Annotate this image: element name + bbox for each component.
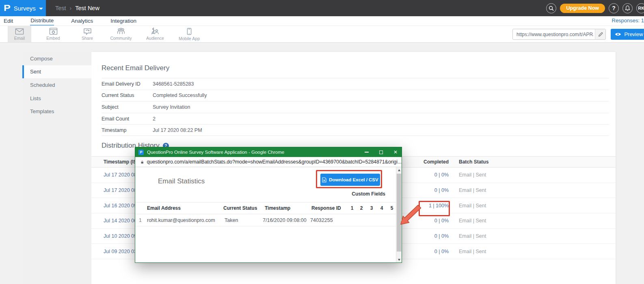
sidebar-item-compose[interactable]: Compose — [22, 52, 91, 65]
preview-label: Preview — [624, 31, 643, 37]
toolbar-item-label: Mobile App — [179, 36, 200, 41]
upgrade-now-label: Upgrade Now — [566, 5, 599, 11]
survey-url-field — [512, 29, 606, 40]
sidebar-item-templates[interactable]: Templates — [22, 105, 91, 118]
timestamp: 7/16/2020 09:08:00 — [263, 217, 307, 223]
col-timestamp: Timestamp — [265, 205, 290, 211]
popup-window-title: QuestionPro Online Survey Software Appli… — [147, 150, 284, 155]
recent-delivery-title: Recent Email Delivery — [102, 64, 169, 72]
col-custom-2: 2 — [357, 205, 365, 211]
toolbar-item-share[interactable]: Share — [76, 26, 99, 42]
batch-status: Email | Sent — [459, 187, 486, 193]
popup-titlebar[interactable]: P QuestionPro Online Survey Software App… — [135, 147, 402, 157]
minimize-icon[interactable] — [365, 152, 369, 153]
toolbar-item-embed[interactable]: Embed — [41, 26, 65, 42]
close-icon[interactable]: ✕ — [393, 150, 398, 155]
survey-url-input[interactable] — [513, 29, 595, 39]
table-row: Timestamp Jul 17 2020 08:22 PM — [102, 124, 609, 136]
survey-nav: Edit Distribute Analytics Integration Re… — [0, 16, 644, 26]
window-controls: ✕ — [365, 147, 398, 157]
email-address: rohit.kumar@questionpro.com — [147, 217, 215, 223]
row-label: Current Status — [102, 93, 153, 98]
scroll-up-button[interactable] — [396, 167, 402, 173]
search-button[interactable] — [546, 3, 556, 13]
breadcrumb: Test › Test New — [55, 0, 99, 16]
responses-count[interactable]: Responses: 1 — [612, 17, 644, 24]
row-value: Jul 17 2020 08:22 PM — [153, 127, 202, 133]
embed-icon — [49, 28, 58, 35]
questionpro-logo-icon: P — [4, 3, 11, 13]
toolbar-item-mobile-app[interactable]: Mobile App — [177, 26, 201, 42]
completed-link[interactable]: 0 | 0% — [434, 172, 449, 178]
chevron-down-icon — [39, 8, 43, 10]
row-label: Timestamp — [102, 127, 153, 133]
download-button-label: Download Excel / CSV — [329, 177, 378, 182]
toolbar-item-label: Community — [110, 36, 132, 41]
batch-status: Email | Sent — [459, 218, 486, 224]
col-batch-status: Batch Status — [459, 159, 488, 165]
row-index: 1 — [139, 217, 142, 223]
batch-status: Email | Sent — [459, 203, 486, 209]
toolbar-item-community[interactable]: Community — [109, 26, 133, 42]
completed-link[interactable]: 0 | 0% — [434, 218, 449, 224]
row-value: 2 — [153, 116, 156, 122]
row-value: Survey Invitation — [153, 104, 190, 110]
sidebar-item-sent[interactable]: Sent — [22, 65, 91, 79]
notifications-button[interactable] — [622, 3, 633, 13]
batch-status: Email | Sent — [459, 249, 486, 254]
row-value: 3468561-5285283 — [153, 81, 194, 87]
row-label: Email Delivery ID — [102, 81, 153, 87]
annotation-arrow-icon — [396, 204, 422, 227]
col-email-address: Email Address — [147, 205, 181, 211]
pencil-icon — [598, 32, 603, 37]
popup-content: Email Statistics Download Excel / CSV Cu… — [135, 167, 402, 262]
toolbar-item-label: Embed — [46, 36, 60, 41]
toolbar-item-audience[interactable]: Audience — [143, 26, 167, 42]
tab-edit[interactable]: Edit — [3, 17, 13, 25]
popup-url: questionpro.com/a/emailBatchStats.do?mod… — [147, 159, 402, 165]
tab-analytics[interactable]: Analytics — [71, 17, 93, 25]
breadcrumb-current: Test New — [75, 5, 99, 11]
upgrade-now-button[interactable]: Upgrade Now — [560, 4, 605, 13]
toolbar-item-email[interactable]: Email — [8, 26, 31, 42]
maximize-icon[interactable] — [379, 151, 383, 154]
completed-link[interactable]: 0 | 0% — [434, 233, 449, 239]
popup-address-bar[interactable]: questionpro.com/a/emailBatchStats.do?mod… — [135, 157, 402, 167]
scroll-down-button[interactable] — [396, 257, 402, 262]
completed-link[interactable]: 0 | 0% — [434, 249, 449, 254]
table-row: Current Status Completed Successfully — [102, 90, 609, 101]
table-row: Email Delivery ID 3468561-5285283 — [102, 78, 609, 90]
edit-url-button[interactable] — [595, 29, 605, 39]
sidebar-item-lists[interactable]: Lists — [22, 92, 91, 105]
breadcrumb-separator-icon: › — [70, 5, 72, 11]
col-completed: Completed — [424, 159, 449, 165]
download-excel-csv-button[interactable]: Download Excel / CSV — [320, 174, 380, 186]
tab-distribute[interactable]: Distribute — [30, 17, 54, 26]
col-custom-1: 1 — [348, 205, 356, 211]
tab-integration[interactable]: Integration — [110, 17, 137, 25]
nav-tabs: Edit Distribute Analytics Integration — [3, 16, 137, 26]
completed-link[interactable]: 0 | 0% — [434, 187, 449, 193]
col-current-status: Current Status — [223, 205, 257, 211]
batch-status: Email | Sent — [459, 172, 486, 178]
toolbar-item-label: Share — [82, 36, 93, 41]
email-sidebar: Compose Sent Scheduled Lists Templates — [22, 52, 91, 284]
search-icon — [549, 6, 554, 11]
table-row: 1 rohit.kumar@questionpro.com Taken 7/16… — [135, 214, 396, 226]
table-row: Email Count 2 — [102, 113, 609, 125]
annotation-box-download: Download Excel / CSV — [316, 170, 382, 188]
user-avatar[interactable]: RK — [636, 3, 644, 13]
surveys-menu[interactable]: P Surveys — [0, 0, 46, 16]
help-icon: ? — [612, 5, 616, 11]
preview-button[interactable]: Preview — [611, 29, 644, 40]
header-actions: Upgrade Now ? RK — [546, 0, 644, 16]
row-value: Completed Successfully — [153, 93, 207, 98]
toolbar-item-label: Email — [14, 36, 25, 41]
share-icon — [83, 28, 92, 35]
breadcrumb-parent[interactable]: Test — [55, 5, 66, 11]
response-id: 74032255 — [310, 217, 333, 223]
sidebar-item-scheduled[interactable]: Scheduled — [22, 78, 91, 92]
col-response-id: Response ID — [311, 205, 341, 211]
help-button[interactable]: ? — [609, 3, 619, 13]
toolbar-item-label: Audience — [146, 36, 164, 41]
